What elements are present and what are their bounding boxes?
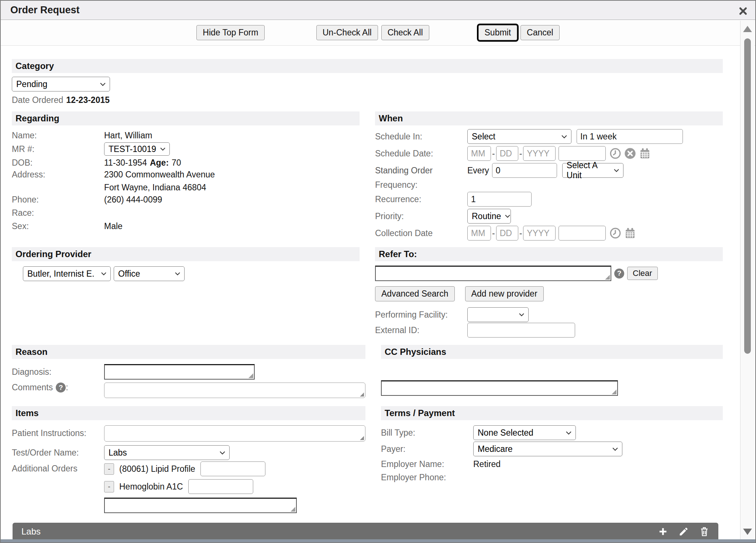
chevron-down-icon: [100, 82, 106, 86]
schedule-date-dd-input[interactable]: [496, 146, 518, 161]
schedule-date-yyyy-input[interactable]: [523, 146, 556, 161]
bill-type-select[interactable]: None Selected: [473, 425, 576, 440]
recurrence-input[interactable]: [467, 192, 532, 207]
help-icon[interactable]: ?: [614, 269, 624, 279]
clear-button[interactable]: Clear: [627, 267, 658, 280]
every-input[interactable]: [492, 163, 557, 178]
dialog-titlebar: Order Request: [1, 1, 755, 20]
schedule-in-text-input[interactable]: [577, 129, 683, 144]
calendar-icon[interactable]: [639, 148, 651, 159]
date-ordered-label: Date Ordered: [12, 95, 63, 105]
chevron-down-icon: [219, 451, 226, 455]
address-line2: Fort Wayne, Indiana 46804: [104, 183, 215, 193]
recurrence-label: Recurrence:: [375, 194, 467, 204]
cancel-button[interactable]: Cancel: [520, 25, 560, 40]
terms-payment-header: Terms / Payment: [381, 406, 723, 420]
clear-date-icon[interactable]: [624, 148, 636, 159]
clock-icon[interactable]: [609, 148, 621, 159]
add-new-provider-button[interactable]: Add new provider: [465, 286, 544, 301]
ordering-provider-section: Ordering Provider Butler, Internist E. O…: [12, 247, 360, 281]
chevron-down-icon: [612, 447, 618, 451]
mr-label: MR #:: [12, 144, 104, 154]
hide-top-form-button[interactable]: Hide Top Form: [196, 25, 264, 40]
comments-textarea[interactable]: [104, 383, 365, 398]
when-section: When Schedule In: Select Schedule Date:: [375, 111, 723, 241]
toolbar: Hide Top Form Un-Check All Check All Sub…: [1, 20, 755, 46]
priority-select[interactable]: Routine: [467, 209, 511, 224]
scroll-up-icon[interactable]: [743, 26, 752, 32]
edit-pencil-icon[interactable]: [678, 526, 689, 537]
payer-select[interactable]: Medicare: [473, 442, 622, 456]
provider-location-select[interactable]: Office: [114, 266, 185, 281]
advanced-search-button[interactable]: Advanced Search: [375, 286, 455, 301]
diagnosis-input[interactable]: [104, 364, 255, 380]
schedule-in-select[interactable]: Select: [467, 129, 571, 144]
close-button[interactable]: [738, 6, 749, 16]
performing-facility-label: Performing Facility:: [375, 310, 467, 320]
scrollbar-thumb[interactable]: [744, 38, 751, 354]
additional-order-row: - (80061) Lipid Profile: [104, 461, 297, 476]
form-content: Category Pending Date Ordered 12-23-2015…: [1, 46, 755, 513]
vertical-scrollbar[interactable]: [740, 21, 755, 539]
name-label: Name:: [12, 131, 104, 141]
order-qty-input[interactable]: [188, 479, 253, 494]
comments-label: Comments ? :: [12, 383, 104, 392]
provider-select[interactable]: Butler, Internist E.: [23, 266, 111, 281]
date-ordered-value: 12-23-2015: [66, 95, 110, 105]
address-line1: 2300 Commonwealth Avenue: [104, 170, 215, 180]
unit-select[interactable]: Select A Unit: [562, 163, 623, 178]
test-order-name-label: Test/Order Name:: [12, 448, 104, 458]
clock-icon[interactable]: [609, 227, 621, 239]
add-icon[interactable]: [658, 526, 668, 537]
performing-facility-select[interactable]: [467, 307, 529, 322]
dob-value: 11-30-1954: [104, 158, 147, 168]
collection-date-yyyy-input[interactable]: [523, 226, 556, 241]
cc-physicians-header: CC Physicians: [381, 345, 723, 359]
bill-type-label: Bill Type:: [381, 428, 473, 438]
when-header: When: [375, 111, 723, 125]
collection-date-dd-input[interactable]: [496, 226, 518, 241]
patient-name: Hart, William: [104, 131, 152, 141]
delete-trash-icon[interactable]: [699, 526, 709, 537]
refer-to-input[interactable]: [375, 266, 611, 281]
category-select[interactable]: Pending: [12, 77, 110, 91]
schedule-date-label: Schedule Date:: [375, 149, 467, 159]
diagnosis-label: Diagnosis:: [12, 367, 104, 377]
order-qty-input[interactable]: [200, 461, 265, 476]
remove-order-button[interactable]: -: [104, 463, 114, 475]
submit-button[interactable]: Submit: [478, 25, 518, 40]
collection-date-time-input[interactable]: [559, 226, 606, 241]
payer-label: Payer:: [381, 444, 473, 454]
calendar-icon[interactable]: [624, 227, 636, 239]
remove-order-button[interactable]: -: [104, 481, 114, 492]
cc-physicians-input[interactable]: [381, 380, 618, 396]
address-label: Address:: [12, 170, 104, 180]
patient-instructions-label: Patient Instructions:: [12, 428, 104, 438]
schedule-date-time-input[interactable]: [559, 146, 606, 161]
every-label: Every: [467, 166, 489, 176]
labs-panel-title: Labs: [21, 526, 41, 537]
chevron-down-icon: [519, 313, 525, 317]
collection-date-mm-input[interactable]: [467, 226, 491, 241]
phone-label: Phone:: [12, 195, 104, 205]
scroll-down-icon[interactable]: [743, 529, 752, 535]
regarding-section: Regarding Name: Hart, William MR #: TEST…: [12, 111, 360, 232]
regarding-header: Regarding: [12, 111, 360, 125]
patient-instructions-textarea[interactable]: [104, 425, 365, 442]
check-all-button[interactable]: Check All: [381, 25, 429, 40]
chevron-down-icon: [160, 147, 166, 151]
age-label: Age:: [150, 158, 169, 168]
employer-phone-label: Employer Phone:: [381, 473, 473, 483]
test-order-select[interactable]: Labs: [104, 445, 230, 460]
reason-section: Reason Diagnosis: Comments ? :: [12, 345, 365, 398]
help-icon[interactable]: ?: [56, 383, 66, 392]
schedule-date-mm-input[interactable]: [467, 146, 491, 161]
chevron-down-icon: [101, 272, 107, 276]
mr-select[interactable]: TEST-10019: [104, 142, 170, 156]
additional-orders-label: Additional Orders: [12, 464, 104, 474]
external-id-input[interactable]: [467, 323, 575, 338]
uncheck-all-button[interactable]: Un-Check All: [316, 25, 378, 40]
add-order-input[interactable]: [104, 498, 297, 513]
cc-physicians-section: CC Physicians: [381, 345, 723, 396]
order-request-dialog: Order Request Hide Top Form Un-Check All…: [0, 0, 756, 543]
